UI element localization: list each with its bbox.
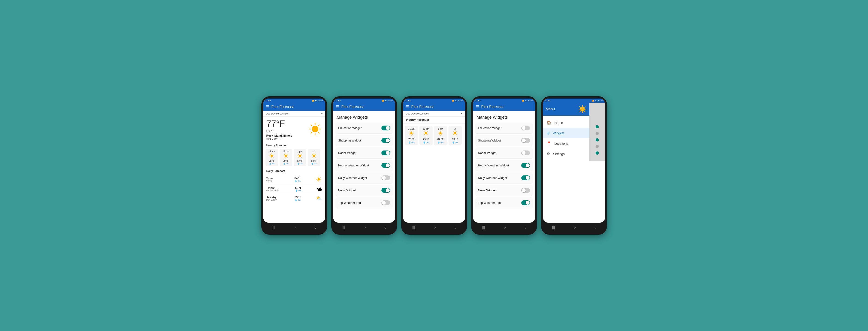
locations-menu-icon: 📍 bbox=[547, 141, 551, 146]
svg-line-78 bbox=[442, 134, 442, 135]
nav-home-3[interactable]: ○ bbox=[431, 224, 439, 231]
phone-3-screen: 11:02 📶 5G 100% ☰ Flex Forecast Use Devi… bbox=[403, 98, 465, 223]
widgets-menu-icon: ⊞ bbox=[547, 131, 550, 135]
svg-point-45 bbox=[317, 178, 320, 181]
nav-back-4[interactable]: ‹ bbox=[522, 224, 528, 231]
widget-toggle-4-3[interactable] bbox=[521, 163, 530, 168]
app-title-2: Flex Forecast bbox=[341, 105, 393, 109]
daily-icon-saturday: ⛅ bbox=[316, 195, 322, 202]
widget-toggle-2-2[interactable] bbox=[381, 150, 390, 155]
nav-recent-4[interactable]: ||| bbox=[479, 224, 488, 231]
signal-icon-2: 📶 bbox=[382, 100, 384, 102]
widget-row-4-6: Top Weather Info bbox=[475, 198, 533, 208]
daily-icon-today bbox=[316, 176, 322, 183]
nav-back-2[interactable]: ‹ bbox=[382, 224, 389, 231]
hamburger-icon-1[interactable]: ☰ bbox=[266, 104, 269, 109]
right-dot-3 bbox=[596, 145, 599, 148]
widget-toggle-2-5[interactable] bbox=[381, 188, 390, 193]
hamburger-icon-4[interactable]: ☰ bbox=[476, 104, 479, 109]
nav-back-5[interactable]: ‹ bbox=[592, 224, 598, 231]
battery-icon-5: 5G 100% bbox=[595, 100, 602, 102]
weather-info-1: 77°F Clear Rock Island, Illinois 84°F / … bbox=[267, 119, 292, 140]
phone-1-screen: 11:02 📶 5G 100% ☰ Flex Forecast Use Devi… bbox=[263, 98, 325, 223]
status-icons-3: 📶 5G 100% bbox=[452, 100, 463, 102]
widget-toggle-2-0[interactable] bbox=[381, 126, 390, 130]
svg-point-54 bbox=[410, 132, 412, 134]
nav-recent-1[interactable]: ||| bbox=[270, 224, 278, 231]
signal-icon-4: 📶 bbox=[522, 100, 524, 102]
widget-toggle-4-1[interactable] bbox=[521, 138, 530, 143]
svg-line-98 bbox=[580, 111, 581, 112]
phone-3: 11:02 📶 5G 100% ☰ Flex Forecast Use Devi… bbox=[401, 96, 467, 235]
menu-app-header: Menu bbox=[543, 103, 590, 116]
widget-name-2-4: Daily Weather Widget bbox=[338, 176, 367, 180]
nav-home-2[interactable]: ○ bbox=[361, 224, 369, 231]
hamburger-icon-2[interactable]: ☰ bbox=[336, 104, 339, 109]
svg-point-63 bbox=[425, 132, 427, 134]
daily-icon-tonight: 🌥 bbox=[317, 186, 322, 192]
svg-line-77 bbox=[439, 131, 439, 132]
widget-toggle-4-5[interactable] bbox=[521, 188, 530, 193]
widget-row-4-4: Daily Weather Widget bbox=[475, 173, 533, 183]
nav-bar-4: ||| ○ ‹ bbox=[473, 223, 535, 233]
location-bar-3[interactable]: Use Device Location ▾ bbox=[403, 111, 465, 117]
widget-toggle-4-4[interactable] bbox=[521, 175, 530, 180]
nav-recent-3[interactable]: ||| bbox=[409, 224, 418, 231]
phones-container: 11:02 📶 5G 100% ☰ Flex Forecast Use Devi… bbox=[261, 96, 607, 235]
location-bar-1[interactable]: Use Device Location ▾ bbox=[263, 111, 325, 117]
widget-toggle-2-3[interactable] bbox=[381, 163, 390, 168]
status-bar-3: 11:02 📶 5G 100% bbox=[403, 98, 465, 103]
daily-section-title-1: Daily Forecast bbox=[263, 168, 325, 174]
svg-line-23 bbox=[284, 154, 285, 155]
nav-recent-5[interactable]: ||| bbox=[550, 224, 558, 231]
menu-item-home[interactable]: 🏠 Home bbox=[543, 118, 590, 128]
widget-toggle-4-0[interactable] bbox=[521, 126, 530, 130]
svg-line-96 bbox=[584, 111, 585, 112]
weather-sun-icon-1 bbox=[308, 122, 322, 137]
widget-toggle-2-4[interactable] bbox=[381, 175, 390, 180]
svg-line-44 bbox=[312, 157, 313, 157]
sun-svg-1 bbox=[308, 122, 322, 136]
battery-icon-1: 5G 100% bbox=[315, 100, 323, 102]
widget-row-4-2: Radar Widget bbox=[475, 148, 533, 158]
menu-layout: Menu bbox=[543, 103, 605, 161]
widget-toggle-2-1[interactable] bbox=[381, 138, 390, 143]
menu-item-locations[interactable]: 📍 Locations bbox=[543, 138, 590, 149]
widget-name-2-3: Hourly Weather Widget bbox=[338, 164, 369, 167]
widget-name-4-0: Education Widget bbox=[478, 126, 502, 130]
battery-icon-2: 5G 100% bbox=[385, 100, 393, 102]
nav-home-1[interactable]: ○ bbox=[291, 224, 299, 231]
menu-title: Menu bbox=[546, 107, 576, 111]
hamburger-icon-3[interactable]: ☰ bbox=[406, 104, 409, 109]
signal-icon-1: 📶 bbox=[312, 100, 314, 102]
menu-item-widgets[interactable]: ⊞ Widgets bbox=[543, 128, 590, 138]
right-dot-2 bbox=[596, 138, 599, 142]
nav-recent-2[interactable]: ||| bbox=[340, 224, 348, 231]
app-header-2: ☰ Flex Forecast bbox=[333, 103, 395, 111]
sun-sm-1-2 bbox=[297, 153, 303, 159]
nav-home-5[interactable]: ○ bbox=[571, 224, 579, 231]
menu-item-settings[interactable]: ⚙ Settings bbox=[543, 149, 590, 159]
widget-list-4: Education Widget Shopping Widget Radar W… bbox=[473, 123, 535, 210]
right-dot-1 bbox=[596, 132, 599, 135]
hourly-card-1-1: 12 pm 79 °F 💧 0% bbox=[280, 149, 292, 166]
widget-row-4-5: News Widget bbox=[475, 185, 533, 196]
svg-line-17 bbox=[270, 157, 271, 157]
svg-line-71 bbox=[424, 134, 425, 135]
nav-back-3[interactable]: ‹ bbox=[452, 224, 459, 231]
svg-line-32 bbox=[298, 154, 299, 155]
widget-toggle-4-6[interactable] bbox=[521, 200, 530, 205]
nav-home-4[interactable]: ○ bbox=[501, 224, 509, 231]
widget-toggle-4-2[interactable] bbox=[521, 150, 530, 155]
svg-line-52 bbox=[320, 178, 320, 178]
nav-back-1[interactable]: ‹ bbox=[312, 224, 318, 231]
widget-toggle-2-6[interactable] bbox=[381, 200, 390, 205]
hourly-full-card-3-3: 2 83 °F 💧 0% bbox=[448, 126, 462, 145]
svg-line-68 bbox=[424, 131, 425, 132]
hourly-scroll-1[interactable]: 11 am 78 °F 💧 0% 12 pm 79 °F 💧 0% 1 pm 8… bbox=[263, 148, 325, 168]
svg-line-97 bbox=[584, 107, 585, 107]
svg-line-89 bbox=[454, 134, 454, 135]
svg-line-15 bbox=[273, 157, 273, 157]
svg-line-14 bbox=[270, 154, 271, 155]
status-bar-5: 11:02 📶 5G 100% bbox=[543, 98, 605, 103]
